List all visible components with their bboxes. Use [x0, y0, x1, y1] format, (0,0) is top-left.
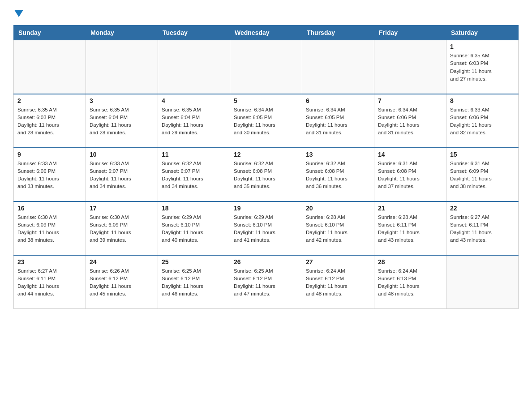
day-number: 14 [378, 151, 442, 158]
calendar-cell: 12Sunrise: 6:32 AM Sunset: 6:08 PM Dayli… [230, 148, 302, 201]
day-info: Sunrise: 6:32 AM Sunset: 6:08 PM Dayligh… [234, 160, 298, 191]
calendar-cell: 14Sunrise: 6:31 AM Sunset: 6:08 PM Dayli… [374, 148, 446, 201]
calendar-cell: 18Sunrise: 6:29 AM Sunset: 6:10 PM Dayli… [158, 201, 230, 255]
calendar-cell: 4Sunrise: 6:35 AM Sunset: 6:04 PM Daylig… [158, 94, 230, 148]
calendar-cell: 17Sunrise: 6:30 AM Sunset: 6:09 PM Dayli… [86, 201, 158, 255]
day-number: 7 [378, 97, 442, 104]
day-info: Sunrise: 6:35 AM Sunset: 6:04 PM Dayligh… [162, 106, 226, 137]
calendar-cell: 11Sunrise: 6:32 AM Sunset: 6:07 PM Dayli… [158, 148, 230, 201]
day-number: 11 [162, 151, 226, 158]
calendar-cell: 28Sunrise: 6:24 AM Sunset: 6:13 PM Dayli… [374, 255, 446, 309]
day-number: 5 [234, 97, 298, 104]
calendar-cell [86, 40, 158, 94]
calendar-cell: 2Sunrise: 6:35 AM Sunset: 6:03 PM Daylig… [14, 94, 86, 148]
day-info: Sunrise: 6:27 AM Sunset: 6:11 PM Dayligh… [17, 267, 82, 298]
day-info: Sunrise: 6:28 AM Sunset: 6:10 PM Dayligh… [306, 214, 370, 244]
day-number: 12 [234, 151, 298, 158]
day-number: 2 [17, 97, 82, 104]
calendar-cell: 24Sunrise: 6:26 AM Sunset: 6:12 PM Dayli… [86, 255, 158, 309]
calendar-cell: 6Sunrise: 6:34 AM Sunset: 6:05 PM Daylig… [302, 94, 374, 148]
day-info: Sunrise: 6:30 AM Sunset: 6:09 PM Dayligh… [90, 214, 154, 244]
day-info: Sunrise: 6:34 AM Sunset: 6:05 PM Dayligh… [306, 106, 370, 137]
day-info: Sunrise: 6:35 AM Sunset: 6:03 PM Dayligh… [450, 52, 515, 83]
weekday-header: Thursday [302, 26, 374, 40]
calendar-week-row: 16Sunrise: 6:30 AM Sunset: 6:09 PM Dayli… [14, 201, 519, 255]
day-info: Sunrise: 6:24 AM Sunset: 6:13 PM Dayligh… [378, 267, 442, 298]
day-number: 3 [90, 97, 154, 104]
calendar-cell: 25Sunrise: 6:25 AM Sunset: 6:12 PM Dayli… [158, 255, 230, 309]
weekday-header: Tuesday [158, 26, 230, 40]
calendar-cell: 19Sunrise: 6:29 AM Sunset: 6:10 PM Dayli… [230, 201, 302, 255]
day-number: 19 [234, 205, 298, 212]
weekday-header: Friday [374, 26, 446, 40]
calendar-cell: 27Sunrise: 6:24 AM Sunset: 6:12 PM Dayli… [302, 255, 374, 309]
day-number: 28 [378, 258, 442, 265]
weekday-header: Wednesday [230, 26, 302, 40]
calendar-cell: 23Sunrise: 6:27 AM Sunset: 6:11 PM Dayli… [14, 255, 86, 309]
page-header [13, 9, 519, 16]
calendar-cell: 3Sunrise: 6:35 AM Sunset: 6:04 PM Daylig… [86, 94, 158, 148]
day-info: Sunrise: 6:33 AM Sunset: 6:06 PM Dayligh… [450, 106, 515, 137]
calendar-cell [302, 40, 374, 94]
calendar-week-row: 23Sunrise: 6:27 AM Sunset: 6:11 PM Dayli… [14, 255, 519, 309]
calendar-cell: 16Sunrise: 6:30 AM Sunset: 6:09 PM Dayli… [14, 201, 86, 255]
day-info: Sunrise: 6:26 AM Sunset: 6:12 PM Dayligh… [90, 267, 154, 298]
day-info: Sunrise: 6:32 AM Sunset: 6:08 PM Dayligh… [306, 160, 370, 191]
day-info: Sunrise: 6:31 AM Sunset: 6:09 PM Dayligh… [450, 160, 515, 191]
day-info: Sunrise: 6:29 AM Sunset: 6:10 PM Dayligh… [234, 214, 298, 244]
calendar-week-row: 9Sunrise: 6:33 AM Sunset: 6:06 PM Daylig… [14, 148, 519, 201]
day-number: 20 [306, 205, 370, 212]
calendar-cell: 15Sunrise: 6:31 AM Sunset: 6:09 PM Dayli… [446, 148, 519, 201]
weekday-header: Monday [86, 26, 158, 40]
day-info: Sunrise: 6:34 AM Sunset: 6:06 PM Dayligh… [378, 106, 442, 137]
day-number: 8 [450, 97, 515, 104]
day-number: 24 [90, 258, 154, 265]
day-info: Sunrise: 6:25 AM Sunset: 6:12 PM Dayligh… [234, 267, 298, 298]
day-info: Sunrise: 6:30 AM Sunset: 6:09 PM Dayligh… [17, 214, 82, 244]
day-number: 1 [450, 43, 515, 50]
day-number: 26 [234, 258, 298, 265]
day-number: 6 [306, 97, 370, 104]
day-info: Sunrise: 6:28 AM Sunset: 6:11 PM Dayligh… [378, 214, 442, 244]
day-info: Sunrise: 6:27 AM Sunset: 6:11 PM Dayligh… [450, 214, 515, 244]
day-info: Sunrise: 6:31 AM Sunset: 6:08 PM Dayligh… [378, 160, 442, 191]
day-info: Sunrise: 6:35 AM Sunset: 6:04 PM Dayligh… [90, 106, 154, 137]
calendar-cell: 7Sunrise: 6:34 AM Sunset: 6:06 PM Daylig… [374, 94, 446, 148]
calendar-cell [14, 40, 86, 94]
calendar-cell: 21Sunrise: 6:28 AM Sunset: 6:11 PM Dayli… [374, 201, 446, 255]
day-number: 23 [17, 258, 82, 265]
calendar-cell: 10Sunrise: 6:33 AM Sunset: 6:07 PM Dayli… [86, 148, 158, 201]
day-number: 17 [90, 205, 154, 212]
calendar-header-row: SundayMondayTuesdayWednesdayThursdayFrid… [14, 26, 519, 40]
calendar-cell: 9Sunrise: 6:33 AM Sunset: 6:06 PM Daylig… [14, 148, 86, 201]
day-info: Sunrise: 6:29 AM Sunset: 6:10 PM Dayligh… [162, 214, 226, 244]
calendar-cell: 26Sunrise: 6:25 AM Sunset: 6:12 PM Dayli… [230, 255, 302, 309]
calendar-cell: 1Sunrise: 6:35 AM Sunset: 6:03 PM Daylig… [446, 40, 519, 94]
day-number: 10 [90, 151, 154, 158]
day-number: 25 [162, 258, 226, 265]
calendar-cell: 8Sunrise: 6:33 AM Sunset: 6:06 PM Daylig… [446, 94, 519, 148]
day-info: Sunrise: 6:32 AM Sunset: 6:07 PM Dayligh… [162, 160, 226, 191]
calendar-cell: 22Sunrise: 6:27 AM Sunset: 6:11 PM Dayli… [446, 201, 519, 255]
day-number: 13 [306, 151, 370, 158]
calendar-cell [158, 40, 230, 94]
day-info: Sunrise: 6:25 AM Sunset: 6:12 PM Dayligh… [162, 267, 226, 298]
day-info: Sunrise: 6:33 AM Sunset: 6:07 PM Dayligh… [90, 160, 154, 191]
calendar-week-row: 2Sunrise: 6:35 AM Sunset: 6:03 PM Daylig… [14, 94, 519, 148]
calendar-cell [230, 40, 302, 94]
day-number: 15 [450, 151, 515, 158]
calendar-week-row: 1Sunrise: 6:35 AM Sunset: 6:03 PM Daylig… [14, 40, 519, 94]
day-number: 18 [162, 205, 226, 212]
calendar-table: SundayMondayTuesdayWednesdayThursdayFrid… [13, 25, 519, 309]
calendar-cell [374, 40, 446, 94]
day-number: 4 [162, 97, 226, 104]
logo [13, 9, 23, 16]
calendar-cell: 13Sunrise: 6:32 AM Sunset: 6:08 PM Dayli… [302, 148, 374, 201]
day-number: 16 [17, 205, 82, 212]
calendar-cell: 20Sunrise: 6:28 AM Sunset: 6:10 PM Dayli… [302, 201, 374, 255]
day-number: 9 [17, 151, 82, 158]
calendar-cell: 5Sunrise: 6:34 AM Sunset: 6:05 PM Daylig… [230, 94, 302, 148]
day-info: Sunrise: 6:24 AM Sunset: 6:12 PM Dayligh… [306, 267, 370, 298]
day-number: 22 [450, 205, 515, 212]
day-number: 27 [306, 258, 370, 265]
